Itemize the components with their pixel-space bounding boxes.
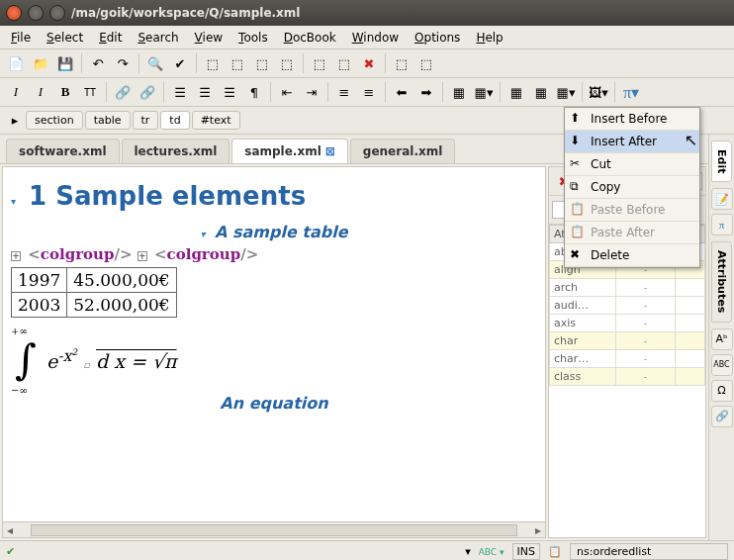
italic-alt-button[interactable]: I: [29, 81, 52, 103]
table-col-button[interactable]: ▦▾: [472, 81, 496, 103]
bold-button[interactable]: B: [53, 81, 77, 103]
breadcrumb-tr[interactable]: tr: [133, 111, 159, 130]
context-insert-before[interactable]: ⬆Insert Before: [565, 108, 699, 131]
table-cell[interactable]: 45.000,00€: [67, 268, 176, 293]
table-row-button[interactable]: ▦: [505, 81, 528, 103]
expand-icon[interactable]: +: [138, 251, 147, 261]
context-cut[interactable]: ✂Cut: [565, 153, 699, 176]
attr-row[interactable]: char-: [550, 332, 705, 350]
tool-btn-d[interactable]: ⬚: [275, 52, 299, 74]
pi-tool-icon[interactable]: π: [711, 214, 733, 235]
link-alt-button[interactable]: 🔗: [136, 81, 159, 103]
pi-button[interactable]: π▾: [619, 81, 643, 103]
validate-button[interactable]: ✔: [168, 52, 192, 74]
table-cell[interactable]: 2003: [12, 293, 67, 318]
code-button[interactable]: TT: [78, 81, 102, 103]
menu-docbook[interactable]: DocBook: [277, 28, 343, 47]
menu-tools[interactable]: Tools: [231, 28, 275, 47]
table-button[interactable]: ▦: [447, 81, 471, 103]
menu-select[interactable]: Select: [40, 28, 90, 47]
editor-view[interactable]: ▾ 1 Sample elements ▾ A sample table + <…: [2, 166, 546, 538]
horizontal-scrollbar[interactable]: ◂▸: [3, 521, 545, 537]
attributes-vertical-tab[interactable]: Attributes: [711, 241, 732, 322]
list-btn-b[interactable]: ☰: [193, 81, 217, 103]
collapse-icon[interactable]: ▾: [11, 196, 16, 207]
tab-software-xml[interactable]: software.xml: [6, 139, 120, 163]
menu-help[interactable]: Help: [469, 28, 509, 47]
menu-edit[interactable]: Edit: [92, 28, 129, 47]
insert-mode-indicator[interactable]: INS: [512, 543, 540, 560]
breadcrumb-root-icon[interactable]: ▸: [6, 112, 24, 130]
new-file-button[interactable]: 📄: [4, 52, 28, 74]
tab-close-icon[interactable]: ⊠: [325, 144, 335, 158]
breadcrumb-td[interactable]: td: [160, 111, 189, 130]
link-button[interactable]: 🔗: [111, 81, 135, 103]
breadcrumb-hash-text[interactable]: #text: [192, 111, 240, 130]
undo-button[interactable]: ↶: [86, 52, 110, 74]
context-copy[interactable]: ⧉Copy: [565, 176, 699, 199]
attr-row[interactable]: class-: [550, 368, 705, 386]
redo-button[interactable]: ↷: [111, 52, 135, 74]
menu-file[interactable]: File: [4, 28, 38, 47]
omega-tool-icon[interactable]: Ω: [711, 380, 733, 402]
table-cell-button[interactable]: ▦: [529, 81, 553, 103]
menu-window[interactable]: Window: [345, 28, 406, 47]
status-clipboard-icon[interactable]: 📋: [548, 545, 562, 558]
sample-table[interactable]: 199745.000,00€200352.000,00€: [11, 267, 177, 318]
menu-search[interactable]: Search: [131, 28, 185, 47]
table-cell[interactable]: 1997: [12, 268, 67, 293]
menu-options[interactable]: Options: [408, 28, 467, 47]
list-btn-c[interactable]: ☰: [218, 81, 241, 103]
breadcrumb-section[interactable]: section: [26, 111, 83, 130]
tool-btn-e[interactable]: ⬚: [308, 52, 331, 74]
link-tool-icon[interactable]: 🔗: [711, 406, 733, 427]
tab-general-xml[interactable]: general.xml: [350, 139, 455, 163]
tab-sample-xml[interactable]: sample.xml⊠: [231, 139, 348, 163]
attr-row[interactable]: audi…-: [550, 297, 705, 315]
tool-btn-h[interactable]: ⬚: [414, 52, 438, 74]
attributes-table[interactable]: Attri…Value👁abbr-align-arch-audi…-axis-c…: [549, 225, 705, 537]
status-spell-icon[interactable]: ▾: [465, 545, 471, 558]
indent-right-button[interactable]: ⇥: [300, 81, 323, 103]
edit-vertical-tab[interactable]: Edit: [711, 140, 732, 182]
window-close-icon[interactable]: [6, 5, 22, 21]
table-row[interactable]: 199745.000,00€: [12, 268, 177, 293]
image-button[interactable]: 🖼▾: [587, 81, 610, 103]
open-folder-button[interactable]: 📁: [29, 52, 52, 74]
indent-button[interactable]: ➡: [414, 81, 438, 103]
tool-btn-c[interactable]: ⬚: [250, 52, 274, 74]
list-btn-a[interactable]: ☰: [168, 81, 192, 103]
menu-view[interactable]: View: [188, 28, 229, 47]
window-minimize-icon[interactable]: [28, 5, 44, 21]
delete-button[interactable]: ✖: [357, 52, 381, 74]
sup-tool-icon[interactable]: Aᵇ: [711, 328, 733, 350]
list-num-button[interactable]: ≡: [332, 81, 356, 103]
search-button[interactable]: 🔍: [143, 52, 167, 74]
context-delete[interactable]: ✖Delete: [565, 244, 699, 267]
italic-button[interactable]: I: [4, 81, 28, 103]
outdent-button[interactable]: ⬅: [390, 81, 413, 103]
tool-btn-f[interactable]: ⬚: [332, 52, 356, 74]
table-cell[interactable]: 52.000,00€: [67, 293, 176, 318]
attr-row[interactable]: axis-: [550, 315, 705, 332]
attr-row[interactable]: arch-: [550, 279, 705, 297]
pilcrow-button[interactable]: ¶: [242, 81, 266, 103]
tab-lectures-xml[interactable]: lectures.xml: [122, 139, 230, 163]
collapse-icon[interactable]: ▾: [200, 229, 205, 239]
tool-btn-b[interactable]: ⬚: [226, 52, 249, 74]
expand-icon[interactable]: +: [11, 251, 21, 261]
tool-btn-a[interactable]: ⬚: [201, 52, 225, 74]
breadcrumb-table[interactable]: table: [85, 111, 131, 130]
status-abc-icon[interactable]: ABC ▾: [479, 547, 505, 557]
edit-tool-icon[interactable]: 📝: [711, 188, 733, 210]
attr-row[interactable]: char…-: [550, 350, 705, 368]
window-maximize-icon[interactable]: [49, 5, 65, 21]
abc-tool-icon[interactable]: ABC: [711, 354, 733, 376]
list-bullet-button[interactable]: ≡: [357, 81, 381, 103]
table-row[interactable]: 200352.000,00€: [12, 293, 177, 318]
table-grid-button[interactable]: ▦▾: [554, 81, 578, 103]
context-insert-after[interactable]: ⬇Insert After: [565, 131, 699, 153]
indent-left-button[interactable]: ⇤: [275, 81, 299, 103]
tool-btn-g[interactable]: ⬚: [390, 52, 413, 74]
save-button[interactable]: 💾: [53, 52, 77, 74]
